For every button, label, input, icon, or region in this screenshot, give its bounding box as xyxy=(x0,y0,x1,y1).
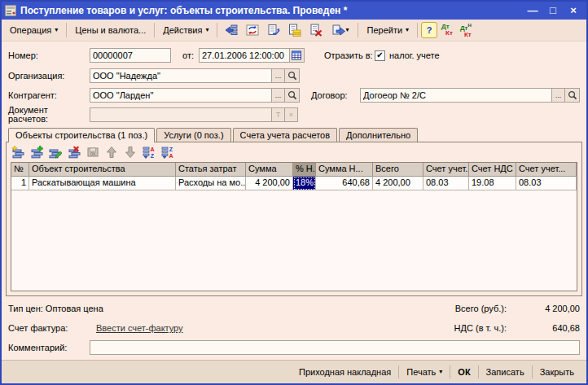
col-account-2[interactable]: Счет учет... xyxy=(516,163,577,177)
settlement-document-label: Документ расчетов: xyxy=(8,106,90,124)
cell-vat-percent-selected[interactable]: 18% xyxy=(293,177,316,190)
calendar-button[interactable] xyxy=(290,48,305,63)
toolbar-separator xyxy=(66,23,67,37)
show-postings-button[interactable]: Дт Кт xyxy=(438,22,456,38)
edit-row-button[interactable] xyxy=(47,144,64,160)
svg-text:A: A xyxy=(169,153,173,159)
goto-menu-button[interactable]: Перейти ▾ xyxy=(362,23,414,37)
sort-ascending-button[interactable]: A Z xyxy=(141,144,157,160)
help-button[interactable]: ? xyxy=(421,22,437,38)
contract-open-button[interactable] xyxy=(565,88,580,103)
comment-input[interactable] xyxy=(90,340,580,355)
enter-invoice-link[interactable]: Ввести счет-фактуру xyxy=(96,323,183,333)
col-vat-percent[interactable]: % Н... xyxy=(293,163,316,177)
delete-row-button[interactable] xyxy=(66,144,82,160)
contract-select-button[interactable]: ... xyxy=(552,88,565,103)
magnifier-icon xyxy=(568,90,577,100)
table-header-row: № Объект строительства Статья затрат Сум… xyxy=(11,163,577,177)
cell-vat-amount[interactable]: 640,68 xyxy=(316,177,373,190)
print-button[interactable]: Печать ▾ xyxy=(399,364,450,380)
refresh-icon xyxy=(246,24,259,37)
cell-account-1[interactable]: 08.03 xyxy=(423,177,469,190)
save-button[interactable]: Записать xyxy=(479,364,532,380)
contract-input[interactable] xyxy=(360,88,552,103)
col-amount[interactable]: Сумма xyxy=(246,163,293,177)
post-document-button[interactable] xyxy=(284,21,305,39)
receipt-note-button[interactable]: Приходная накладная xyxy=(292,364,398,380)
prices-currency-label: Цены и валюта... xyxy=(75,25,146,35)
actions-menu-button[interactable]: Действия ▾ xyxy=(158,23,213,37)
operation-menu-label: Операция xyxy=(10,25,51,35)
tab-construction-objects[interactable]: Объекты строительства (1 поз.) xyxy=(8,128,155,142)
toolbar-separator xyxy=(358,23,358,37)
total-value: 4 200,00 xyxy=(507,304,580,313)
tab-additional[interactable]: Дополнительно xyxy=(339,128,418,142)
copy-row-button[interactable] xyxy=(29,144,45,160)
counterparty-input[interactable] xyxy=(90,88,272,103)
organization-open-button[interactable] xyxy=(285,68,300,83)
col-vat-amount[interactable]: Сумма Н... xyxy=(316,163,373,177)
maximize-icon[interactable]: □ xyxy=(545,2,561,19)
copy-document-button[interactable] xyxy=(263,21,283,39)
col-cost-item[interactable]: Статья затрат xyxy=(176,163,246,177)
ok-button[interactable]: ОК xyxy=(450,364,477,380)
prices-currency-button[interactable]: Цены и валюта... xyxy=(70,23,151,37)
cell-vat-account[interactable]: 19.08 xyxy=(469,177,516,190)
reread-button[interactable] xyxy=(221,21,241,39)
comment-label: Комментарий: xyxy=(8,343,90,352)
col-vat-account[interactable]: Счет НДС xyxy=(469,163,516,177)
organization-label: Организация: xyxy=(8,71,90,81)
sort-descending-button[interactable]: Z A xyxy=(160,144,176,160)
cell-number[interactable]: 1 xyxy=(11,177,29,190)
cell-account-2[interactable]: 08.03 xyxy=(516,177,577,190)
settlement-clear-button: × xyxy=(285,107,298,122)
col-construction-object[interactable]: Объект строительства xyxy=(29,163,176,177)
tab-services[interactable]: Услуги (0 поз.) xyxy=(156,128,230,142)
document-window: Поступление товаров и услуг: объекты стр… xyxy=(0,0,588,385)
window-icon xyxy=(5,5,16,16)
cell-total[interactable]: 4 200,00 xyxy=(373,177,423,190)
date-input[interactable] xyxy=(199,48,290,63)
svg-text:A: A xyxy=(150,147,154,152)
tax-accounting-label: налог. учете xyxy=(389,50,440,60)
col-total[interactable]: Всего xyxy=(373,163,423,177)
minimize-icon[interactable]: — xyxy=(524,2,541,19)
add-row-button[interactable] xyxy=(10,144,26,160)
col-account-1[interactable]: Счет учет... xyxy=(423,163,469,177)
tab-settlement-accounts[interactable]: Счета учета расчетов xyxy=(233,128,337,142)
credit-label: Кт xyxy=(445,30,453,37)
operation-menu-button[interactable]: Операция ▾ xyxy=(5,23,63,37)
document-header-form: Номер: от: Отразить в: ✔ налог. учете Ор… xyxy=(2,42,586,126)
footer-button-bar: Приходная накладная Печать ▾ ОК Записать… xyxy=(2,360,586,383)
construction-objects-panel: OK A Z xyxy=(6,142,582,296)
add-row-icon xyxy=(11,146,24,159)
show-tax-postings-button[interactable]: ДтН Кт xyxy=(457,20,475,40)
output-list-button[interactable]: ▾ xyxy=(327,21,354,39)
svg-text:OK: OK xyxy=(90,152,97,156)
number-input[interactable] xyxy=(90,48,171,63)
move-down-icon xyxy=(124,146,137,159)
counterparty-select-button[interactable]: ... xyxy=(272,88,285,103)
items-table: № Объект строительства Статья затрат Сум… xyxy=(11,162,577,291)
titlebar: Поступление товаров и услуг: объекты стр… xyxy=(2,2,586,20)
reflect-in-label: Отразить в: xyxy=(324,50,375,60)
tax-accounting-checkbox[interactable]: ✔ xyxy=(375,50,385,61)
cell-amount[interactable]: 4 200,00 xyxy=(246,177,293,190)
vat-value: 640,68 xyxy=(507,323,580,333)
finish-edit-button: OK xyxy=(85,144,101,160)
cancel-posting-button[interactable] xyxy=(305,21,326,39)
cell-construction-object[interactable]: Раскатывающая машина xyxy=(29,177,176,190)
close-icon[interactable]: × xyxy=(565,2,581,19)
col-number[interactable]: № xyxy=(11,163,29,177)
refresh-button[interactable] xyxy=(242,21,262,39)
organization-input[interactable] xyxy=(90,68,272,83)
organization-select-button[interactable]: ... xyxy=(272,68,285,83)
cell-cost-item[interactable]: Расходы на мо... xyxy=(176,177,246,190)
credit-tax-label: Кт xyxy=(464,32,472,38)
post-document-icon xyxy=(288,24,301,37)
close-button[interactable]: Закрыть xyxy=(533,364,581,380)
vat-label: НДС (в т. ч.): xyxy=(454,323,507,333)
counterparty-open-button[interactable] xyxy=(285,88,300,103)
settlement-document-input xyxy=(90,107,272,122)
edit-row-icon xyxy=(49,146,62,159)
